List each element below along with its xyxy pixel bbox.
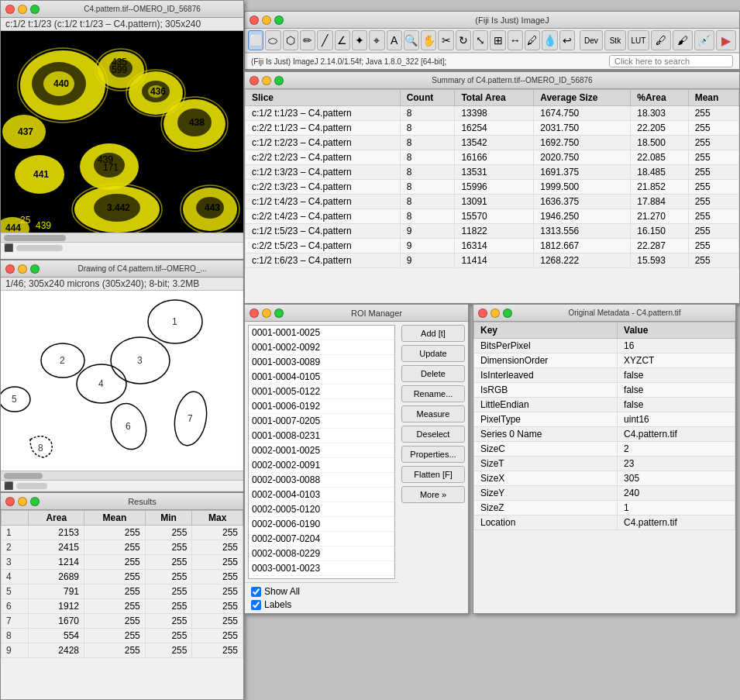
measure-arrow-tool[interactable]: ↔ [508,30,523,50]
dropper-btn[interactable]: 💉 [694,30,714,50]
list-item[interactable]: 0003-0001-0023 [249,561,394,576]
close-draw-btn[interactable] [5,264,15,274]
image-hscrollbar[interactable] [1,233,243,242]
metadata-scroll[interactable]: Key Value BitsPerPixel16DimensionOrderXY… [473,322,735,613]
row-min: 255 [145,599,192,614]
distort-tool[interactable]: ⤡ [473,30,488,50]
table-row: c:2/2 t:5/23 – C4.pattern9163141812.6672… [246,239,739,253]
roi-list[interactable]: 0001-0001-00250001-0002-00920001-0003-00… [248,325,395,579]
close-meta-btn[interactable] [478,309,487,318]
list-item[interactable]: 0003-0002-0082 [249,576,394,579]
search-input[interactable] [609,55,733,67]
pen-tool[interactable]: 🖊 [525,30,540,50]
measure-btn[interactable]: Measure [401,405,465,422]
dev-btn[interactable]: Dev [580,30,603,50]
zoom-tool[interactable]: 🔍 [404,30,419,50]
flatten-btn[interactable]: Flatten [F] [401,466,465,483]
delete-btn[interactable]: Delete [401,365,465,382]
redo-btn[interactable]: ▶ [716,30,736,50]
text-tool[interactable]: A [387,30,402,50]
metadata-titlebar: Original Metadata - C4.pattern.tif [473,305,735,322]
maximize-results-btn[interactable] [30,497,40,506]
angle-tool[interactable]: ∠ [335,30,350,50]
table-row: 92428255255255 [2,643,243,658]
freehand-tool[interactable]: ✏ [300,30,315,50]
toolbar-extra[interactable]: ⊞ [490,30,505,50]
minimize-draw-btn[interactable] [18,264,27,274]
brush-btn[interactable]: 🖌 [673,30,693,50]
list-item[interactable]: 0002-0005-0120 [249,502,394,517]
labels-checkbox[interactable] [251,600,261,610]
hand-tool[interactable]: ✋ [421,30,436,50]
summary-pct-area: 18.303 [631,106,688,121]
summary-avg-size: 1636.375 [534,195,631,209]
drawing-hscrollbar[interactable] [1,471,243,480]
maximize-draw-btn[interactable] [30,264,40,274]
maximize-summary-btn[interactable] [274,76,284,85]
close-results-btn[interactable] [5,497,15,506]
deselect-btn[interactable]: Deselect [401,426,465,443]
crop-tool[interactable]: ✂ [438,30,453,50]
color-pick-tool[interactable]: 💧 [542,30,557,50]
rename-btn[interactable]: Rename... [401,385,465,402]
row-mean: 255 [84,599,146,614]
minimize-img-btn[interactable] [18,5,27,14]
results-titlebar: Results [1,493,243,510]
minimize-meta-btn[interactable] [490,309,500,318]
add-btn[interactable]: Add [t] [401,325,465,342]
list-item[interactable]: 0002-0003-0088 [249,473,394,488]
list-item[interactable]: 0002-0002-0091 [249,458,394,473]
close-roi-btn[interactable] [250,309,259,318]
oval-tool[interactable]: ⬭ [265,30,281,50]
list-item[interactable]: 0002-0007-0204 [249,532,394,547]
minimize-summary-btn[interactable] [262,76,271,85]
maximize-img-btn[interactable] [30,5,40,14]
maximize-meta-btn[interactable] [503,309,512,318]
minimize-btn[interactable] [262,16,271,25]
summary-scroll[interactable]: SliceCountTotal AreaAverage Size%AreaMea… [245,89,739,303]
update-btn[interactable]: Update [401,345,465,362]
line-tool[interactable]: ╱ [317,30,332,50]
more-btn[interactable]: More » [401,486,465,503]
list-item[interactable]: 0002-0008-0229 [249,547,394,561]
maximize-roi-btn[interactable] [274,309,284,318]
rect-tool[interactable]: ⬜ [248,30,263,50]
properties-btn[interactable]: Properties... [401,446,465,463]
meta-key: Series 0 Name [474,427,618,442]
close-summary-btn[interactable] [250,76,259,85]
point-tool[interactable]: ✦ [352,30,367,50]
minimize-roi-btn[interactable] [262,309,271,318]
meta-value: 16 [618,339,735,353]
summary-slice: c:1/2 t:6/23 – C4.pattern [246,253,401,268]
rotate-tool[interactable]: ↻ [456,30,471,50]
list-item[interactable]: 0001-0002-0092 [249,340,394,355]
stk-btn[interactable]: Stk [604,30,626,50]
results-scroll[interactable]: Area Mean Min Max 1215325525525522415255… [1,510,243,699]
maximize-btn[interactable] [274,16,284,25]
list-item[interactable]: 0001-0004-0105 [249,370,394,384]
list-item[interactable]: 0001-0006-0192 [249,399,394,414]
close-btn[interactable] [250,16,259,25]
pen2-btn[interactable]: 🖋 [651,30,671,50]
list-item[interactable]: 0001-0003-0089 [249,355,394,370]
drawing-canvas[interactable]: 1 2 3 4 5 6 7 8 [1,291,243,471]
undo-tool[interactable]: ↩ [559,30,575,50]
list-item[interactable]: 0002-0001-0025 [249,443,394,458]
row-id: 1 [2,526,29,540]
image-canvas[interactable]: 440 436 435 599 438 437 441 439 171 3.44… [1,31,243,233]
close-img-btn[interactable] [5,5,15,14]
lut-btn[interactable]: LUT [628,30,649,50]
list-item[interactable]: 0001-0007-0205 [249,414,394,429]
results-table: Area Mean Min Max 1215325525525522415255… [1,510,243,658]
list-item[interactable]: 0001-0005-0122 [249,384,394,399]
list-item[interactable]: 0001-0001-0025 [249,326,394,340]
show-all-checkbox[interactable] [251,587,261,597]
polygon-tool[interactable]: ⬡ [283,30,298,50]
summary-count: 8 [400,165,455,180]
list-item[interactable]: 0001-0008-0231 [249,429,394,443]
magic-wand-tool[interactable]: ⌖ [369,30,384,50]
minimize-results-btn[interactable] [18,497,27,506]
list-item[interactable]: 0002-0006-0190 [249,517,394,532]
table-row: DimensionOrderXYZCT [474,353,735,368]
list-item[interactable]: 0002-0004-0103 [249,488,394,502]
